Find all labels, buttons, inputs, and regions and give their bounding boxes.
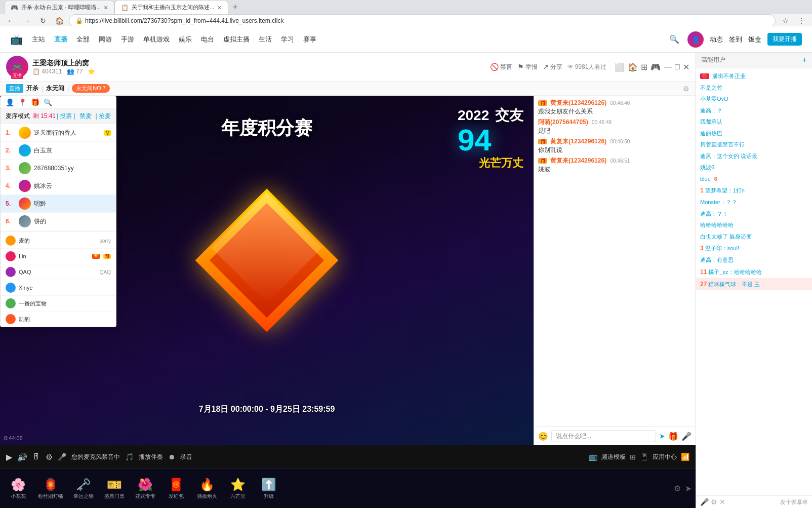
- record-label[interactable]: 录音: [180, 453, 192, 461]
- game-main-title: 年度积分赛: [221, 116, 312, 141]
- gift-item-0[interactable]: 🌸 小花花: [4, 476, 32, 502]
- grid-icon[interactable]: ⊞: [641, 62, 647, 72]
- minimize-icon[interactable]: —: [664, 62, 672, 72]
- mic-ctrl-ban[interactable]: 禁麦: [79, 112, 92, 121]
- rc-item-14: 白也太修了 躲身还变: [696, 231, 812, 243]
- expand-icon[interactable]: □: [675, 62, 680, 72]
- nav-item-home[interactable]: 主站: [32, 35, 45, 44]
- gift-item-8[interactable]: ⬆️ 升级: [255, 476, 282, 502]
- music-note-icon: 🎵: [125, 453, 134, 461]
- gift-item-2[interactable]: 🗝️ 幸运之钥: [69, 476, 97, 502]
- mic-search-icon[interactable]: 🔍: [44, 98, 52, 106]
- breadcrumb-tag[interactable]: 永无间: [46, 84, 64, 93]
- game-tag[interactable]: 开杀: [26, 84, 38, 93]
- url-bar[interactable]: 🔒 https://live.bilibili.com/2736730?spm_…: [69, 14, 776, 27]
- back-button[interactable]: ←: [4, 14, 17, 27]
- nav-item-mobile-games[interactable]: 手游: [121, 35, 134, 44]
- nav-item-radio[interactable]: 电台: [201, 35, 214, 44]
- mic-extra-name-3: QAQ: [19, 269, 97, 275]
- home-button[interactable]: 🏠: [53, 14, 66, 27]
- close-stream-icon[interactable]: ✕: [683, 62, 689, 72]
- gift-name-1: 粉丝团灯幡: [38, 493, 63, 500]
- gift-emoji-4: 🌺: [138, 478, 153, 492]
- rc-name-4: 我都承认: [700, 119, 722, 125]
- rc-item-15: 3 温子印：soul!: [696, 242, 812, 254]
- game-date-bar: 7月18日 00:00:00 - 9月25日 23:59:59: [199, 404, 335, 415]
- gift-item-4[interactable]: 🌺 花式专专: [131, 476, 159, 502]
- chat-send-icon[interactable]: ➤: [659, 432, 665, 440]
- mic-user-icon[interactable]: 👤: [6, 98, 14, 106]
- chat-text-input[interactable]: [551, 430, 656, 442]
- game-controller-icon[interactable]: 🎮: [651, 62, 661, 72]
- mic-extra-text-1: sorry: [100, 238, 111, 244]
- home-stream-icon[interactable]: 🏠: [628, 62, 638, 72]
- open-stream-button[interactable]: 我要开播: [767, 33, 802, 46]
- nav-item-live[interactable]: 直播: [54, 35, 67, 44]
- right-arrow-icon-gift[interactable]: ➤: [685, 484, 692, 493]
- theater-icon[interactable]: ⬜: [615, 62, 625, 72]
- tab-close-1[interactable]: ×: [104, 4, 108, 12]
- chat-emoji-icon[interactable]: 😊: [538, 432, 548, 441]
- gift-item-3[interactable]: 🎫 盛典门票: [100, 476, 128, 502]
- user-avatar-icon[interactable]: 👤: [687, 31, 704, 48]
- audio-eq-icon[interactable]: 🎚: [32, 452, 40, 461]
- mic-ctrl-grab[interactable]: | 抢麦: [96, 112, 111, 121]
- gift-name-6: 骚操炮火: [197, 493, 217, 500]
- gift-item-1[interactable]: 🏮 粉丝团灯幡: [35, 476, 66, 502]
- stream-right-controls: 📺 频道模板 ⊞ 📱 应用中心 📶: [589, 453, 689, 461]
- rc-name-13: 哈哈哈哈哈哈: [700, 222, 734, 228]
- search-icon[interactable]: 🔍: [667, 32, 681, 47]
- forward-button[interactable]: →: [20, 14, 33, 27]
- new-tab-button[interactable]: +: [228, 0, 242, 14]
- tab-close-2[interactable]: ×: [217, 4, 221, 12]
- nav-lunchbox[interactable]: 饭盒: [748, 35, 761, 44]
- right-panel-add-icon[interactable]: +: [802, 56, 807, 65]
- mic-avatar-1: [19, 127, 31, 139]
- music-label[interactable]: 播放伴奏: [139, 453, 163, 461]
- mic-location-icon[interactable]: 📍: [18, 98, 27, 106]
- streamer-avatar[interactable]: 🎮 直播: [6, 56, 28, 78]
- rc-num-10: 1: [700, 187, 704, 194]
- nav-item-life[interactable]: 生活: [259, 35, 272, 44]
- nav-item-online-games[interactable]: 网游: [99, 35, 112, 44]
- extension-button[interactable]: ⋮: [795, 14, 808, 27]
- gift-item-6[interactable]: 🔥 骚操炮火: [193, 476, 221, 502]
- rc-name-6: 房管直接禁言不行: [700, 141, 745, 147]
- channel-label[interactable]: 频道模板: [601, 453, 626, 461]
- share-button[interactable]: ↗ 分享: [543, 63, 562, 71]
- mic-name-6: 饼的: [34, 217, 111, 226]
- nav-item-virtual[interactable]: 虚拟主播: [223, 35, 250, 44]
- rp-close-icon[interactable]: ✕: [719, 498, 725, 506]
- nav-item-study[interactable]: 学习: [281, 35, 294, 44]
- ban-button[interactable]: 🚫 禁言: [490, 63, 512, 71]
- volume-icon[interactable]: 🔊: [17, 452, 27, 462]
- reload-button[interactable]: ↻: [36, 14, 50, 27]
- nav-item-entertainment[interactable]: 娱乐: [179, 35, 192, 44]
- nav-signin[interactable]: 签到: [729, 35, 742, 44]
- mic-gift-icon[interactable]: 🎁: [31, 98, 39, 106]
- nav-item-esports[interactable]: 赛事: [303, 35, 316, 44]
- nav-item-all[interactable]: 全部: [76, 35, 90, 44]
- nav-item-single-games[interactable]: 单机游戏: [143, 35, 170, 44]
- audio-settings-icon[interactable]: ⚙: [46, 452, 53, 462]
- grid-layout-icon[interactable]: ⊞: [630, 453, 636, 461]
- stream-info: 王梁老师顶上的窝 📋 404311 👥 77 ⭐: [32, 59, 486, 75]
- settings-icon-gift[interactable]: ⚙: [674, 484, 681, 493]
- gift-item-7[interactable]: ⭐ 六芒云: [224, 476, 252, 502]
- browser-tab-2[interactable]: 📋 关于我和主播白玉京之间的陈述... ×: [114, 0, 228, 14]
- gift-item-5[interactable]: 🧧 发红包: [162, 476, 190, 502]
- bookmark-button[interactable]: ☆: [779, 14, 792, 27]
- chat-gift-icon[interactable]: 🎁: [668, 432, 678, 441]
- app-center-label[interactable]: 应用中心: [653, 453, 677, 461]
- msg-text-3: 姚波: [538, 165, 692, 174]
- rp-settings-icon[interactable]: ⚙: [711, 498, 717, 506]
- browser-tab-1[interactable]: 🎮 开杀·永劫·白玉京 - 哔哩哔哩喵... ×: [4, 0, 114, 14]
- report-button[interactable]: ⚑ 举报: [517, 63, 538, 71]
- mic-ctrl-vote[interactable]: | 投票 |: [57, 112, 75, 121]
- chat-mic-icon[interactable]: 🎤: [681, 432, 692, 441]
- play-icon[interactable]: ▶: [6, 452, 12, 462]
- room-settings-icon[interactable]: ⚙: [683, 85, 689, 93]
- stream-controls-icons: ⬜ 🏠 ⊞ 🎮 — □ ✕: [615, 62, 689, 72]
- nav-activity[interactable]: 动态: [710, 35, 723, 44]
- rc-num-17: 11: [700, 268, 707, 276]
